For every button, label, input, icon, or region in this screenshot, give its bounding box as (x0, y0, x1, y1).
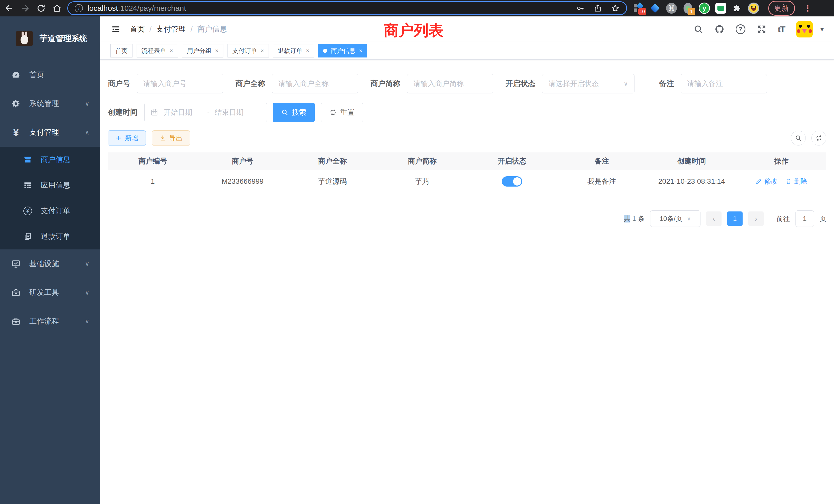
extension-kite-icon[interactable] (649, 2, 661, 14)
user-avatar[interactable] (796, 21, 813, 38)
merchant-no-input[interactable] (137, 74, 223, 93)
refresh-icon[interactable] (811, 131, 826, 145)
goto-page-input[interactable] (795, 210, 814, 227)
status-toggle[interactable] (502, 176, 522, 187)
full-name-input[interactable] (272, 74, 358, 93)
close-icon[interactable]: × (359, 47, 362, 54)
extensions-puzzle-icon[interactable] (731, 2, 743, 14)
tab-pay-order[interactable]: 支付订单 × (227, 44, 269, 58)
page-header: 首页 / 支付管理 / 商户信息 商户列表 ? tT ▾ (100, 17, 834, 42)
full-name-label: 商户全称 (236, 78, 265, 89)
forward-icon[interactable] (21, 4, 30, 13)
cell-full-name: 芋道源码 (288, 177, 377, 186)
home-icon[interactable] (52, 4, 62, 13)
sidebar-item-pay[interactable]: ¥ 支付管理 ∧ (0, 118, 100, 147)
extension-yudao-icon[interactable]: y (698, 2, 710, 14)
filter-row-1: 商户号 商户全称 商户简称 开启状态 请选择开启状态 ∨ 备注 (108, 74, 826, 93)
tab-home[interactable]: 首页 (110, 44, 132, 58)
goto-label: 前往 (776, 214, 790, 223)
tab-process-form[interactable]: 流程表单 × (137, 44, 178, 58)
close-icon[interactable]: × (215, 47, 219, 54)
pagination: 共 1 条 10条/页 ∨ ‹ 1 › 前往 页 (108, 210, 826, 227)
col-actions: 操作 (737, 156, 826, 166)
sidebar-item-infra[interactable]: 基础设施 ∨ (0, 249, 100, 278)
create-time-range-picker[interactable]: 开始日期 - 结束日期 (144, 102, 267, 122)
page-number-1[interactable]: 1 (727, 211, 743, 226)
github-icon[interactable] (715, 24, 724, 34)
breadcrumb-home[interactable]: 首页 (130, 24, 145, 35)
tab-refund-order[interactable]: 退款订单 × (273, 44, 314, 58)
date-start-placeholder: 开始日期 (163, 108, 202, 117)
extension-badge: 10 (638, 8, 646, 15)
chevron-down-icon: ∨ (85, 318, 89, 325)
tab-merchant-info[interactable]: 商户信息 × (318, 44, 367, 58)
reload-icon[interactable] (37, 4, 46, 13)
tag-bar: 首页 流程表单 × 用户分组 × 支付订单 × 退款订单 × 商户信息 × (100, 42, 834, 60)
chevron-down-icon: ∨ (85, 260, 89, 268)
export-button[interactable]: 导出 (152, 130, 190, 146)
toggle-search-icon[interactable] (791, 131, 806, 145)
col-remark: 备注 (557, 156, 647, 166)
extension-chat-icon[interactable] (715, 2, 727, 14)
short-name-input[interactable] (407, 74, 493, 93)
status-select[interactable]: 请选择开启状态 ∨ (542, 74, 635, 93)
close-icon[interactable]: × (261, 47, 264, 54)
fullscreen-icon[interactable] (757, 24, 766, 34)
remark-input[interactable] (681, 74, 767, 93)
sidebar: 芋道管理系统 首页 系统管理 ∨ ¥ 支付管理 ∧ 商户信息 (0, 17, 100, 504)
extension-cosmos-icon[interactable]: 10 (633, 2, 644, 14)
delete-button[interactable]: 删除 (785, 177, 807, 186)
search-icon[interactable] (694, 24, 703, 34)
reset-button[interactable]: 重置 (321, 102, 363, 122)
col-merchant-id: 商户编号 (108, 156, 198, 166)
sidebar-item-dev-tools[interactable]: 研发工具 ∨ (0, 278, 100, 307)
sidebar-item-refund-order[interactable]: 退款订单 (0, 224, 100, 249)
font-size-icon[interactable]: tT (778, 24, 785, 35)
table-row: 1 M233666999 芋道源码 芋艿 我是备注 2021-10-23 08:… (108, 170, 826, 193)
sidebar-item-home[interactable]: 首页 (0, 61, 100, 89)
search-button[interactable]: 搜索 (273, 102, 315, 122)
bookmark-star-icon[interactable] (611, 4, 620, 13)
calendar-icon (150, 108, 158, 116)
breadcrumb-pay[interactable]: 支付管理 (156, 24, 186, 35)
table-toolbar: 新增 导出 (108, 130, 826, 146)
shop-icon (23, 155, 33, 164)
dashboard-icon (11, 70, 21, 79)
add-button[interactable]: 新增 (108, 130, 146, 146)
sidebar-item-pay-order[interactable]: ¥ 支付订单 (0, 198, 100, 224)
avatar-caret-icon[interactable]: ▾ (820, 25, 824, 33)
status-label: 开启状态 (506, 78, 535, 89)
next-page-button[interactable]: › (748, 211, 764, 226)
annotation-merchant-list: 商户列表 (384, 21, 443, 41)
sidebar-item-workflow[interactable]: 工作流程 ∨ (0, 307, 100, 336)
close-icon[interactable]: × (170, 47, 173, 54)
site-info-icon[interactable]: i (75, 4, 83, 12)
url-bar[interactable]: i localhost:1024/pay/merchant (67, 1, 627, 15)
extension-profile-icon[interactable]: 1 (682, 2, 694, 14)
short-name-label: 商户简称 (371, 78, 400, 89)
share-icon[interactable] (593, 4, 602, 13)
tab-user-group[interactable]: 用户分组 × (182, 44, 223, 58)
chevron-down-icon: ∨ (85, 289, 89, 296)
close-icon[interactable]: × (306, 47, 309, 54)
extension-command-icon[interactable]: ⌘ (665, 2, 677, 14)
url-bar-actions (576, 4, 620, 13)
col-create-time: 创建时间 (647, 156, 737, 166)
monitor-check-icon (11, 259, 21, 269)
browser-update-button[interactable]: 更新 (768, 1, 795, 16)
browser-menu-icon[interactable]: ⋮ (803, 3, 812, 13)
page-size-select[interactable]: 10条/页 ∨ (650, 210, 701, 227)
sidebar-collapse-icon[interactable] (110, 25, 121, 34)
sidebar-item-system[interactable]: 系统管理 ∨ (0, 89, 100, 118)
sidebar-item-merchant-info[interactable]: 商户信息 (0, 147, 100, 173)
sidebar-item-app-info[interactable]: 应用信息 (0, 173, 100, 198)
help-icon[interactable]: ? (736, 24, 745, 34)
edit-button[interactable]: 修改 (755, 177, 777, 186)
cell-remark: 我是备注 (557, 177, 647, 186)
browser-avatar-icon[interactable] (748, 2, 760, 14)
prev-page-button[interactable]: ‹ (706, 211, 722, 226)
remark-label: 备注 (659, 78, 674, 89)
yen-circle-icon: ¥ (23, 207, 33, 215)
back-icon[interactable] (5, 4, 14, 13)
password-key-icon[interactable] (576, 4, 585, 13)
